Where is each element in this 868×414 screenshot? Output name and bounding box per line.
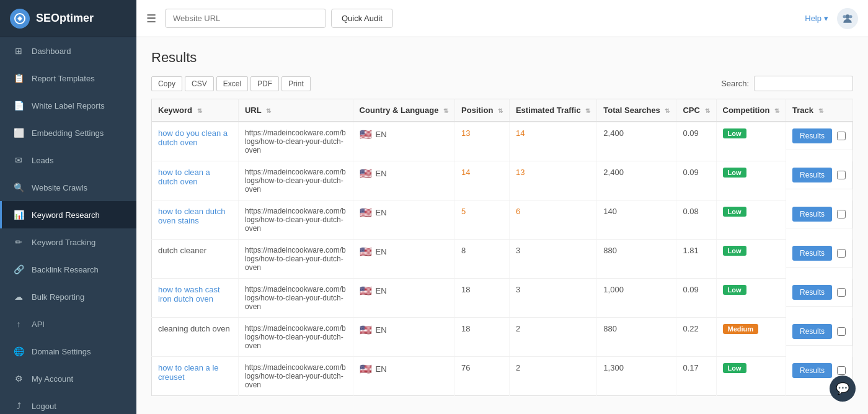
sidebar-item-domain-settings[interactable]: 🌐 Domain Settings bbox=[0, 338, 136, 365]
url-input[interactable] bbox=[165, 9, 326, 28]
sidebar-icon-leads: ✉ bbox=[13, 155, 24, 166]
quick-audit-button[interactable]: Quick Audit bbox=[331, 9, 393, 28]
sidebar-item-embedding-settings[interactable]: ⬜ Embedding Settings bbox=[0, 119, 136, 146]
keyword-link[interactable]: how to clean dutch oven stains bbox=[158, 207, 225, 225]
country-cell: 🇺🇸EN bbox=[353, 357, 454, 396]
sidebar-item-keyword-research[interactable]: 📊 Keyword Research bbox=[0, 201, 136, 228]
results-button[interactable]: Results bbox=[792, 207, 832, 222]
col-competition: Competition ⇅ bbox=[716, 99, 786, 122]
language-code: EN bbox=[376, 208, 387, 217]
results-button[interactable]: Results bbox=[792, 246, 832, 261]
searches-cell: 140 bbox=[597, 200, 676, 240]
results-table: Keyword ⇅URL ⇅Country & Language ⇅Positi… bbox=[151, 99, 853, 396]
table-row: how do you clean a dutch ovenhttps://mad… bbox=[152, 122, 853, 161]
track-checkbox[interactable] bbox=[837, 366, 846, 375]
track-checkbox[interactable] bbox=[837, 249, 846, 258]
sort-icon[interactable]: ⇅ bbox=[498, 107, 503, 114]
sort-icon[interactable]: ⇅ bbox=[818, 107, 823, 114]
table-row: cleaning dutch ovenhttps://madeincookwar… bbox=[152, 318, 853, 357]
sidebar-item-keyword-tracking[interactable]: ✏ Keyword Tracking bbox=[0, 228, 136, 256]
export-btn-csv[interactable]: CSV bbox=[185, 76, 214, 91]
content-area: Results CopyCSVExcelPDFPrint Search: Key… bbox=[136, 37, 868, 414]
sidebar-item-my-account[interactable]: ⚙ My Account bbox=[0, 365, 136, 392]
traffic-value: 14 bbox=[516, 128, 525, 138]
sort-icon[interactable]: ⇅ bbox=[585, 107, 590, 114]
keyword-link[interactable]: how to clean a le creuset bbox=[158, 363, 219, 382]
table-row: how to clean dutch oven stainshttps://ma… bbox=[152, 200, 853, 240]
results-title: Results bbox=[151, 50, 853, 66]
sidebar-label-dashboard: Dashboard bbox=[32, 47, 71, 56]
export-btn-copy[interactable]: Copy bbox=[151, 76, 182, 91]
results-button[interactable]: Results bbox=[792, 363, 832, 378]
sidebar-item-bulk-reporting[interactable]: ☁ Bulk Reporting bbox=[0, 283, 136, 310]
col-url: URL ⇅ bbox=[238, 99, 353, 122]
table-header-row: Keyword ⇅URL ⇅Country & Language ⇅Positi… bbox=[152, 99, 853, 122]
svg-point-1 bbox=[846, 14, 850, 19]
url-cell: https://madeincookware.com/blogs/how-to-… bbox=[238, 122, 353, 161]
sidebar-item-api[interactable]: ↑ API bbox=[0, 310, 136, 338]
keyword-cell: dutch cleaner bbox=[152, 240, 239, 279]
sort-icon[interactable]: ⇅ bbox=[774, 107, 779, 114]
track-checkbox[interactable] bbox=[837, 171, 846, 179]
cpc-cell: 0.08 bbox=[676, 200, 716, 240]
help-chevron-icon: ▾ bbox=[824, 14, 828, 23]
keyword-cell: how to clean dutch oven stains bbox=[152, 200, 239, 240]
menu-toggle-icon[interactable]: ☰ bbox=[146, 12, 156, 25]
sidebar-item-report-templates[interactable]: 📋 Report Templates bbox=[0, 65, 136, 92]
keyword-link[interactable]: how do you clean a dutch oven bbox=[158, 128, 228, 147]
keyword-link[interactable]: how to wash cast iron dutch oven bbox=[158, 285, 220, 304]
sidebar-item-website-crawls[interactable]: 🔍 Website Crawls bbox=[0, 174, 136, 201]
traffic-value: 3 bbox=[516, 246, 520, 255]
sort-icon[interactable]: ⇅ bbox=[266, 107, 271, 114]
sidebar-icon-report-templates: 📋 bbox=[13, 73, 24, 84]
sidebar-label-leads: Leads bbox=[32, 156, 53, 165]
results-button[interactable]: Results bbox=[792, 285, 832, 300]
track-checkbox[interactable] bbox=[837, 327, 846, 336]
sort-icon[interactable]: ⇅ bbox=[665, 107, 670, 114]
track-checkbox[interactable] bbox=[837, 132, 846, 140]
cpc-cell: 0.22 bbox=[676, 318, 716, 357]
results-button[interactable]: Results bbox=[792, 324, 832, 339]
country-cell: 🇺🇸EN bbox=[353, 161, 454, 200]
position-cell: 14 bbox=[455, 161, 510, 200]
sort-icon[interactable]: ⇅ bbox=[197, 107, 202, 114]
table-controls: CopyCSVExcelPDFPrint Search: bbox=[151, 76, 853, 91]
url-cell: https://madeincookware.com/blogs/how-to-… bbox=[238, 200, 353, 240]
cpc-cell: 1.81 bbox=[676, 240, 716, 279]
searches-cell: 880 bbox=[597, 318, 676, 357]
competition-badge: Low bbox=[723, 128, 746, 138]
country-cell: 🇺🇸EN bbox=[353, 200, 454, 240]
export-btn-pdf[interactable]: PDF bbox=[250, 76, 279, 91]
sidebar-label-backlink-research: Backlink Research bbox=[32, 265, 99, 274]
search-input[interactable] bbox=[754, 76, 853, 91]
col-estimated-traffic: Estimated Traffic ⇅ bbox=[509, 99, 596, 122]
traffic-value: 6 bbox=[516, 207, 520, 216]
results-button[interactable]: Results bbox=[792, 168, 832, 182]
col-position: Position ⇅ bbox=[455, 99, 510, 122]
traffic-value: 3 bbox=[516, 285, 520, 294]
sidebar-icon-backlink-research: 🔗 bbox=[13, 264, 24, 275]
sidebar-item-leads[interactable]: ✉ Leads bbox=[0, 146, 136, 174]
sidebar-item-logout[interactable]: ⤴ Logout bbox=[0, 392, 136, 414]
sort-icon[interactable]: ⇅ bbox=[443, 107, 448, 114]
keyword-link[interactable]: how to clean a dutch oven bbox=[158, 168, 210, 186]
sidebar-icon-dashboard: ⊞ bbox=[13, 45, 24, 56]
results-button[interactable]: Results bbox=[792, 128, 832, 143]
track-checkbox[interactable] bbox=[837, 210, 846, 218]
traffic-cell: 14 bbox=[509, 122, 596, 161]
sidebar-item-white-label-reports[interactable]: 📄 White Label Reports bbox=[0, 92, 136, 119]
sidebar-label-logout: Logout bbox=[32, 402, 56, 411]
flag-icon: 🇺🇸 bbox=[360, 324, 372, 336]
help-button[interactable]: Help ▾ bbox=[805, 14, 828, 23]
sidebar-item-dashboard[interactable]: ⊞ Dashboard bbox=[0, 37, 136, 65]
track-checkbox[interactable] bbox=[837, 288, 846, 297]
help-label: Help bbox=[805, 14, 822, 23]
chat-bubble-icon[interactable]: 💬 bbox=[830, 376, 856, 402]
language-code: EN bbox=[376, 364, 387, 374]
export-btn-print[interactable]: Print bbox=[281, 76, 311, 91]
sidebar-item-backlink-research[interactable]: 🔗 Backlink Research bbox=[0, 256, 136, 283]
user-avatar-icon[interactable] bbox=[837, 8, 858, 29]
export-btn-excel[interactable]: Excel bbox=[216, 76, 248, 91]
sort-icon[interactable]: ⇅ bbox=[705, 107, 710, 114]
position-value: 76 bbox=[461, 363, 470, 372]
